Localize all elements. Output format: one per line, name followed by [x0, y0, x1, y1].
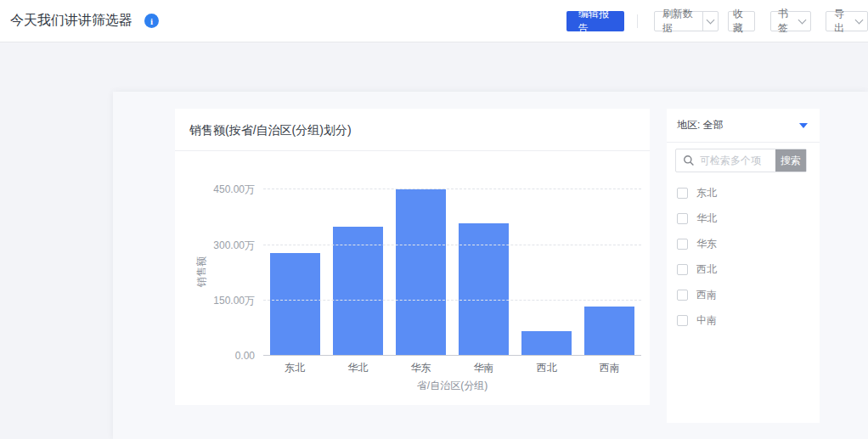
plot-area [263, 189, 641, 356]
bookmark-label: 书签 [778, 7, 795, 36]
favorite-button[interactable]: 收藏 [728, 11, 755, 31]
search-button[interactable]: 搜索 [775, 149, 806, 172]
gridline [263, 300, 641, 301]
x-tick-label: 华南 [453, 361, 516, 375]
checkbox-icon[interactable] [677, 290, 688, 301]
filter-option-西南[interactable]: 西南 [667, 282, 820, 307]
chevron-down-icon [706, 16, 714, 25]
x-tick-label: 华北 [326, 361, 389, 375]
x-tick-label: 华东 [389, 361, 452, 375]
filter-header[interactable]: 地区: 全部 [667, 109, 820, 143]
y-tick-label: 150.00万 [175, 294, 255, 308]
filter-option-label: 西北 [696, 262, 717, 277]
filter-option-西北[interactable]: 西北 [667, 256, 820, 282]
bookmark-button[interactable]: 书签 [770, 11, 811, 31]
topbar-controls: 编辑报告 刷新数据 收藏 书签 导出 [566, 0, 868, 42]
bar-slot [516, 189, 578, 355]
bar-slot [453, 189, 516, 355]
filter-option-label: 中南 [696, 313, 717, 328]
filter-option-label: 东北 [696, 186, 717, 200]
bar-华东[interactable] [396, 189, 446, 355]
checkbox-icon[interactable] [677, 213, 688, 224]
filter-search-input[interactable] [700, 155, 775, 166]
bar-西北[interactable] [521, 331, 572, 355]
x-axis-title: 省/自治区(分组) [263, 379, 641, 393]
edit-report-button[interactable]: 编辑报告 [566, 11, 624, 31]
export-dropdown-toggle[interactable] [851, 12, 867, 31]
page-title: 今天我们讲讲筛选器 [10, 12, 132, 30]
filter-option-list: 东北华北华东西北西南中南 [667, 172, 820, 333]
bar-西南[interactable] [584, 307, 634, 355]
gridline [263, 245, 641, 245]
bar-chart[interactable]: 销售额 东北华北华东华南西北西南 省/自治区(分组) 450.00万300.00… [175, 151, 650, 404]
export-button[interactable]: 导出 [826, 11, 868, 31]
filter-option-label: 西南 [696, 288, 717, 302]
filter-option-label: 华北 [696, 211, 717, 226]
refresh-data-button[interactable]: 刷新数据 [654, 11, 719, 31]
chart-title: 销售额(按省/自治区(分组)划分) [175, 109, 650, 151]
bar-slot [578, 189, 641, 355]
bar-华南[interactable] [459, 223, 509, 355]
filter-option-东北[interactable]: 东北 [667, 180, 820, 205]
topbar: 今天我们讲讲筛选器 i 编辑报告 刷新数据 收藏 书签 导出 [0, 0, 868, 42]
y-tick-label: 300.00万 [175, 239, 255, 253]
x-tick-label: 西南 [578, 361, 641, 375]
bar-华北[interactable] [333, 227, 383, 355]
caret-down-icon [799, 123, 808, 128]
checkbox-icon[interactable] [677, 188, 688, 199]
region-filter-panel: 地区: 全部 搜索 东北华北华东西北西南中南 [667, 109, 820, 423]
filter-header-label: 地区: 全部 [677, 118, 724, 132]
bookmark-dropdown-toggle[interactable] [795, 12, 810, 31]
filter-option-华北[interactable]: 华北 [667, 205, 820, 231]
search-icon [683, 155, 695, 166]
y-tick-label: 0.00 [175, 350, 255, 362]
filter-search-row: 搜索 [675, 149, 807, 172]
x-tick-label: 东北 [263, 361, 326, 375]
filter-option-label: 华东 [696, 237, 717, 251]
chevron-down-icon [798, 16, 807, 25]
filter-option-华东[interactable]: 华东 [667, 231, 820, 256]
refresh-dropdown-toggle[interactable] [702, 12, 717, 31]
bar-slot [389, 189, 452, 355]
checkbox-icon[interactable] [677, 264, 688, 275]
chevron-down-icon [855, 16, 864, 25]
checkbox-icon[interactable] [677, 239, 688, 250]
y-axis-title: 销售额 [194, 256, 209, 287]
x-axis-labels: 东北华北华东华南西北西南 [263, 361, 641, 375]
bar-东北[interactable] [270, 253, 320, 355]
edit-report-label: 编辑报告 [578, 7, 612, 36]
toolbar-divider [637, 14, 638, 28]
export-label: 导出 [834, 7, 851, 36]
checkbox-icon[interactable] [677, 315, 688, 326]
refresh-data-label: 刷新数据 [655, 7, 702, 36]
filter-option-中南[interactable]: 中南 [667, 307, 820, 333]
chart-card: 销售额(按省/自治区(分组)划分) 销售额 东北华北华东华南西北西南 省/自治区… [175, 109, 650, 405]
x-tick-label: 西北 [516, 361, 578, 375]
favorite-label: 收藏 [733, 7, 750, 36]
bar-slot [263, 189, 326, 355]
info-icon[interactable]: i [144, 14, 159, 28]
bar-slot [326, 189, 389, 355]
y-tick-label: 450.00万 [175, 183, 255, 197]
gridline [263, 189, 641, 189]
